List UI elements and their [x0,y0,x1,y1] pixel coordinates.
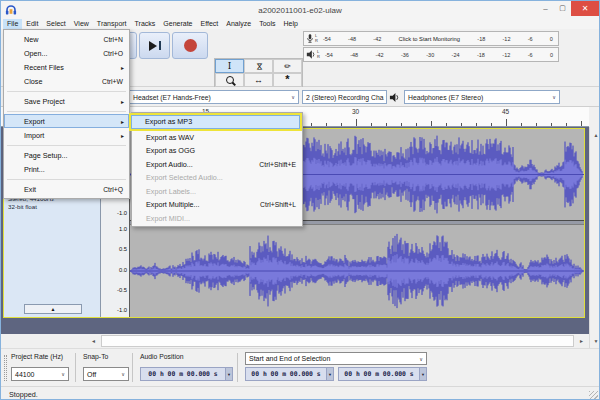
zoom-tool-button[interactable] [215,73,244,87]
menu-help[interactable]: Help [280,19,302,29]
ruler-tick [551,123,552,126]
menu-effect[interactable]: Effect [197,19,223,29]
ruler-tick [461,123,462,126]
time-field-dropdown-icon[interactable] [326,368,333,380]
scroll-right-arrow-icon[interactable] [575,334,588,348]
menu-item-exit[interactable]: ExitCtrl+Q [4,182,129,196]
recording-meter[interactable]: LR -54-48-42 Click to Start Monitoring -… [303,31,559,46]
time-field-dropdown-icon[interactable] [419,368,426,380]
multitool-icon [285,76,289,85]
menu-tools[interactable]: Tools [255,19,279,29]
snap-to-select[interactable]: Off [83,367,129,381]
resize-grip[interactable] [589,391,598,400]
magnifier-icon [226,76,234,84]
menu-item-export-as-mp3[interactable]: Export as MP3 [131,115,300,129]
record-icon [184,39,197,52]
scroll-up-arrow-icon[interactable] [590,128,600,141]
separator [237,353,238,382]
multi-tool-button[interactable] [273,73,302,87]
chevron-down-icon [419,356,423,362]
menu-item-recent-files[interactable]: Recent Files [4,60,129,74]
envelope-tool-button[interactable] [244,59,273,73]
timeshift-tool-button[interactable] [244,73,273,87]
playback-meter[interactable]: LR -54-48-42-36-30-24-18-12-60 [303,47,559,62]
draw-tool-button[interactable] [273,59,302,73]
menu-item-new[interactable]: NewCtrl+N [4,32,129,46]
menu-tracks[interactable]: Tracks [131,19,160,29]
menu-file[interactable]: File [3,19,22,29]
menu-separator [7,179,126,180]
ruler-tick [506,119,507,126]
collapse-track-button[interactable] [24,304,82,314]
selection-end-field[interactable]: 00 h 00 m 00.000 s [338,367,427,381]
status-bar: Stopped. [1,386,599,400]
time-field-dropdown-icon[interactable] [225,368,232,380]
title-bar[interactable]: a2002011001-e02-ulaw [1,1,599,19]
chevron-down-icon [289,94,295,100]
export-submenu: Export as MP3 Export as WAV Export as OG… [131,112,303,227]
toolbar-grip[interactable] [4,355,7,381]
record-button[interactable] [172,32,208,59]
selection-mode-select[interactable]: Start and End of Selection [245,352,427,365]
menu-item-export-as-wav[interactable]: Export as WAV [132,131,302,145]
menu-select[interactable]: Select [42,19,69,29]
waveform [130,225,584,317]
separator [75,353,76,382]
status-text: Stopped. [9,390,38,399]
menu-item-close[interactable]: CloseCtrl+W [4,74,129,88]
menu-item-export-as-ogg[interactable]: Export as OGG [132,144,302,158]
selection-start-field[interactable]: 00 h 00 m 00.000 s [245,367,334,381]
recording-device-select[interactable]: Headset (E7 Hands-Free) [129,90,299,104]
horizontal-scrollbar[interactable] [1,334,589,348]
playback-device-select[interactable]: Headphones (E7 Stereo) [404,90,560,104]
selection-tool-button[interactable] [215,59,244,73]
separator [132,353,133,382]
menu-generate[interactable]: Generate [159,19,196,29]
ibeam-icon [228,61,232,71]
audio-position-field[interactable]: 00 h 00 m 00.000 s [140,367,233,381]
menu-item-print[interactable]: Print... [4,162,129,176]
ruler-tick [566,123,567,126]
menu-item-save-project[interactable]: Save Project [4,94,129,108]
horizontal-scroll-thumb[interactable] [101,335,574,347]
recording-channels-select[interactable]: 2 (Stereo) Recording Cha [302,90,387,104]
scroll-down-arrow-icon[interactable] [590,334,600,347]
snap-to-label: Snap-To [83,353,108,360]
timeshift-icon [254,75,263,85]
ruler-tick [386,123,387,126]
menu-item-export-audio[interactable]: Export Audio...Ctrl+Shift+E [132,158,302,172]
ruler-tick [401,123,402,126]
menu-item-export[interactable]: Export [4,114,129,128]
menu-bar: File Edit Select View Transport Tracks G… [1,19,599,29]
vertical-scrollbar[interactable] [589,127,600,348]
ruler-label-30: 30 [352,108,359,115]
menu-separator [7,145,126,146]
menu-item-export-selected-audio: Export Selected Audio... [132,171,302,185]
menu-item-export-labels: Export Labels... [132,185,302,199]
window-title: a2002011001-e02-ulaw [1,6,599,15]
menu-item-import[interactable]: Import [4,128,129,142]
ruler-tick [371,123,372,126]
ruler-tick [491,123,492,126]
menu-view[interactable]: View [70,19,93,29]
menu-edit[interactable]: Edit [22,19,42,29]
waveform-channel-right[interactable] [130,224,584,317]
ruler-tick [581,121,582,126]
tools-toolbar [214,58,303,88]
skip-to-end-button[interactable] [139,32,170,59]
file-menu: NewCtrl+N Open...Ctrl+O Recent Files Clo… [3,29,130,199]
meter-r-label: R [315,39,318,44]
project-rate-select[interactable]: 44100 [11,367,69,381]
menu-item-page-setup[interactable]: Page Setup... [4,148,129,162]
menu-analyze[interactable]: Analyze [222,19,255,29]
ruler-tick [431,121,432,126]
chevron-down-icon [61,371,65,377]
ruler-tick [416,123,417,126]
menu-item-open[interactable]: Open...Ctrl+O [4,46,129,60]
chevron-down-icon [121,371,125,377]
selection-toolbar: Project Rate (Hz) 44100 Snap-To Off Audi… [1,348,599,386]
microphone-icon [306,33,314,44]
menu-transport[interactable]: Transport [93,19,131,29]
scroll-left-arrow-icon[interactable] [87,334,100,348]
menu-item-export-multiple[interactable]: Export Multiple...Ctrl+Shift+L [132,198,302,212]
